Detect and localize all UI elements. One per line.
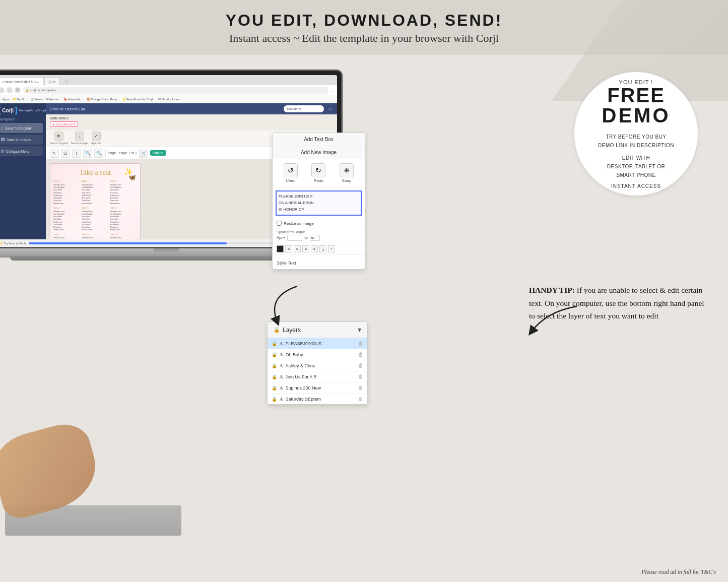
layers-title: Layers [283, 327, 301, 334]
doc-title: Take a seat ✨ 🦋 [50, 164, 140, 178]
demo-info: TRY BEFORE YOU BUY DEMO LINK IN DESCRIPT… [598, 133, 674, 150]
online-badge: Online [150, 150, 166, 156]
browser-tab-active[interactable]: ● Harlo: Free Bride & Gro... [0, 77, 43, 85]
browser-tab-2[interactable]: C | r| [44, 77, 60, 85]
order-info: Hello Row 1 ● INCOMPLETE [46, 114, 337, 130]
browser-tab-bar: ● Harlo: Free Bride & Gro... C | r| + [0, 75, 337, 85]
color-swatch[interactable] [277, 245, 284, 252]
mini-table-9: Table 9 Samantha JonesCarol BradshawJaso… [110, 233, 137, 240]
align-left[interactable]: ≡ [285, 245, 292, 252]
status-badge: ● INCOMPLETE [50, 121, 78, 127]
add-text-box-button[interactable]: Add Text Box [273, 133, 365, 146]
bookmark-item-news[interactable]: 📰 News [31, 97, 43, 101]
style-text-section: Style Text [273, 255, 365, 269]
superscript[interactable]: ¹ [328, 245, 335, 252]
tool-cart[interactable]: 🛒 [139, 149, 148, 158]
seating-document: Take a seat ✨ 🦋 Table 1 Samantha JonesCa… [50, 163, 141, 239]
align-justify[interactable]: ≡ [311, 245, 318, 252]
tables-grid: Table 1 Samantha JonesCarol BradshawJaso… [50, 178, 140, 239]
back-button[interactable]: ‹ [0, 87, 5, 93]
align-right[interactable]: ≡ [302, 245, 309, 252]
mini-table-7: Table 7 Samantha JonesCarol BradshawJaso… [53, 233, 80, 240]
text-preview-box[interactable]: PLEASE JOIN US F ON A BRIDAL BRUN IN HON… [276, 190, 362, 216]
order-row: Hello Row 1 [50, 116, 69, 120]
handy-tip-container: HANDY TIP: If you are unable to select &… [529, 284, 708, 322]
layer-item-join-us[interactable]: 🔒 A Join Us For A B 🗑 [268, 371, 367, 382]
alignment-row: ≡ ≡ ≡ ≡ ₁ ¹ [273, 243, 365, 255]
tool-select[interactable]: ↖ [50, 149, 59, 158]
layer-item-supinos[interactable]: 🔒 A Supinos 250 New 🗑 [268, 382, 367, 394]
bookmark-item-hotma[interactable]: ✉ Hotma... [46, 97, 60, 101]
layer-item-oh-baby[interactable]: 🔒 A Oh Baby 🗑 [268, 349, 367, 360]
nav-item-settings[interactable]: ⚙ Collapse Menu [0, 146, 43, 156]
main-content: ● Harlo: Free Bride & Gro... C | r| + ‹ … [0, 54, 728, 576]
app-topbar: Order Id: 150975E194 best font ¶ 1/1 [46, 103, 337, 114]
redo-tool[interactable]: ↻ Redo [311, 163, 325, 183]
layer-item-ashley-chris[interactable]: 🔒 A Ashley & Chris 🗑 [268, 360, 367, 371]
mini-table-4: Table 4 Samantha JonesCarol BradshawJaso… [53, 207, 80, 232]
loading-label: ⚡ Try Free to Fix It [0, 241, 26, 245]
url-bar: ‹ › ↻ 🔒 corjl.com/templates ⋮ [0, 85, 337, 95]
action-item-2[interactable]: ↓ Save to Images [71, 132, 89, 145]
app-sidebar: [ Corjl ] MockupPartyTemplates Navigatio… [0, 103, 46, 239]
action-item-3[interactable]: ✓ Approve [91, 132, 101, 145]
action-item-1[interactable]: ⟳ Save to Original [50, 132, 68, 145]
layers-header[interactable]: 🔒 Layers ▾ [268, 322, 367, 338]
page-indicator: Page Page 1 of 1 [108, 151, 137, 155]
nav-item-home[interactable]: ⌂ Save To Original [0, 123, 43, 133]
order-id-label: Order Id: 150975E194 [50, 107, 85, 111]
mini-table-8: Table 8 Samantha JonesCarol BradshawJaso… [82, 233, 108, 240]
undo-tool[interactable]: ↺ Undo [284, 163, 298, 183]
mini-table-2: Table 2 Samantha JonesCarol BradshawJaso… [82, 180, 108, 205]
forward-button[interactable]: › [7, 87, 13, 93]
layers-chevron: ▾ [358, 326, 361, 334]
nav-item-images[interactable]: 🖼 Save to Images [0, 135, 43, 145]
mini-table-1: Table 1 Samantha JonesCarol BradshawJaso… [53, 180, 80, 205]
layers-list: 🔒 A PLEASEJOYOUS 🗑 🔒 A Oh Baby 🗑 🔒 A As [268, 338, 367, 404]
corjl-brand: [ Corjl ] MockupPartyTemplates [0, 106, 43, 114]
mini-table-6: Table 6 Samantha JonesCarol BradshawJaso… [110, 207, 137, 232]
font-count: 1/1 [328, 107, 333, 111]
snap-tool[interactable]: ⊕ Snap [340, 163, 354, 183]
bookmark-item-apps[interactable]: ⚏ Apps [0, 97, 10, 101]
tool-zoom-in[interactable]: 🔍 [83, 149, 92, 158]
bookmark-item-aussie[interactable]: 🔖 Aussie Au... [63, 97, 84, 101]
resize-as-image[interactable]: Resize as Image [273, 219, 365, 228]
bookmark-item-gmail[interactable]: ✉ Gmail - Inbox... [158, 97, 182, 101]
subscript[interactable]: ₁ [319, 245, 326, 252]
handy-tip-text: HANDY TIP: If you are unable to select &… [529, 284, 708, 322]
demo-demo: DEMO [602, 105, 671, 125]
undo-redo-toolbar: ↺ Undo ↻ Redo ⊕ Snap [273, 159, 365, 187]
demo-edit-info: EDIT WITH DESKTOP, TABLET OR SMART PHONE [607, 154, 665, 179]
keyboard-hand-area [0, 425, 186, 536]
demo-free: FREE [607, 85, 665, 105]
bookmark-item-free[interactable]: ⭐ Free Fonts for Corjl... [122, 97, 155, 101]
url-input[interactable]: 🔒 corjl.com/templates [23, 87, 328, 94]
sponsor-required: Sponsored Requir... Hpr ▾ W 97 [273, 228, 365, 243]
browser-menu[interactable]: ⋮ [330, 88, 334, 92]
free-demo-circle: YOU EDIT ! FREE DEMO TRY BEFORE YOU BUY … [574, 72, 698, 196]
new-tab-button[interactable]: + [63, 78, 70, 85]
tool-text[interactable]: T [72, 149, 81, 158]
corjl-panel: Add Text Box Add New Image ↺ Undo ↻ Redo… [272, 133, 365, 270]
mini-table-5: Table 5 Samantha JonesCarol BradshawJaso… [82, 207, 108, 232]
layer-item-saturday[interactable]: 🔒 A Saturday SEptem 🗑 [268, 394, 367, 404]
layers-panel-container: 🔒 Layers ▾ 🔒 A PLEASEJOYOUS 🗑 🔒 A [267, 321, 368, 405]
demo-instant: INSTANT ACCESS [611, 183, 661, 189]
add-new-image-button[interactable]: Add New Image [273, 146, 365, 159]
mini-table-3: Table 3 Samantha JonesCarol BradshawJaso… [110, 180, 137, 205]
refresh-button[interactable]: ↻ [15, 87, 21, 93]
bookmark-bar: ⚏ Apps 📁 My Bu... 📰 News ✉ Hotma... 🔖 Au… [0, 95, 337, 103]
best-font-input[interactable]: best font ¶ [284, 105, 324, 112]
bookmark-item-design[interactable]: 🎨 Design Suite: Body... [87, 97, 119, 101]
resize-checkbox[interactable] [277, 221, 282, 226]
bookmark-item-mybu[interactable]: 📁 My Bu... [13, 97, 28, 101]
bottom-disclaimer: Please read ad in full for T&C's [641, 569, 716, 575]
tool-zoom-out[interactable]: 🔍 [94, 149, 103, 158]
align-center[interactable]: ≡ [294, 245, 301, 252]
handy-tip-label: HANDY TIP: [529, 286, 575, 294]
tool-crop[interactable]: ⊡ [61, 149, 70, 158]
layer-item-active[interactable]: 🔒 A PLEASEJOYOUS 🗑 [268, 338, 367, 349]
